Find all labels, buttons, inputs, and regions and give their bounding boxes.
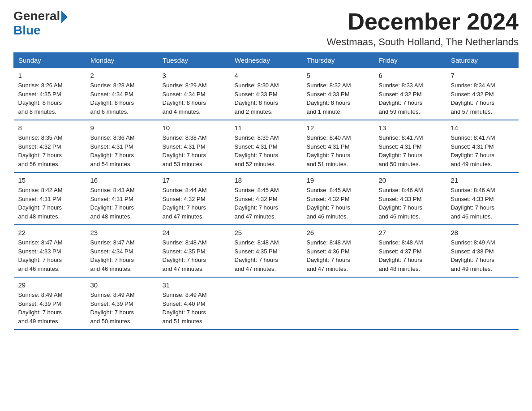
day-number: 21 [451, 176, 514, 184]
calendar-cell [374, 277, 446, 330]
calendar-cell [302, 277, 374, 330]
day-info: Sunrise: 8:26 AMSunset: 4:35 PMDaylight:… [18, 81, 82, 116]
calendar-header-wednesday: Wednesday [230, 53, 302, 68]
calendar-cell: 21 Sunrise: 8:46 AMSunset: 4:33 PMDaylig… [446, 172, 519, 225]
day-number: 30 [90, 281, 154, 289]
day-info: Sunrise: 8:36 AMSunset: 4:31 PMDaylight:… [90, 133, 154, 168]
day-number: 23 [90, 229, 154, 236]
calendar-cell: 13 Sunrise: 8:41 AMSunset: 4:31 PMDaylig… [374, 120, 446, 172]
calendar-cell: 11 Sunrise: 8:39 AMSunset: 4:31 PMDaylig… [230, 120, 302, 172]
calendar-week-row: 1 Sunrise: 8:26 AMSunset: 4:35 PMDayligh… [14, 68, 519, 120]
day-number: 14 [451, 124, 514, 132]
day-number: 16 [90, 176, 154, 184]
day-info: Sunrise: 8:49 AMSunset: 4:38 PMDaylight:… [451, 238, 514, 273]
day-info: Sunrise: 8:39 AMSunset: 4:31 PMDaylight:… [235, 133, 298, 168]
day-number: 1 [18, 72, 82, 79]
calendar-week-row: 22 Sunrise: 8:47 AMSunset: 4:33 PMDaylig… [14, 225, 519, 277]
calendar-cell: 16 Sunrise: 8:43 AMSunset: 4:31 PMDaylig… [86, 172, 158, 225]
day-info: Sunrise: 8:45 AMSunset: 4:32 PMDaylight:… [307, 186, 370, 221]
calendar-table: SundayMondayTuesdayWednesdayThursdayFrid… [13, 52, 519, 330]
day-info: Sunrise: 8:49 AMSunset: 4:39 PMDaylight:… [18, 291, 82, 325]
calendar-cell: 4 Sunrise: 8:30 AMSunset: 4:33 PMDayligh… [230, 68, 302, 120]
calendar-cell: 19 Sunrise: 8:45 AMSunset: 4:32 PMDaylig… [302, 172, 374, 225]
day-info: Sunrise: 8:32 AMSunset: 4:33 PMDaylight:… [307, 81, 370, 116]
calendar-cell: 29 Sunrise: 8:49 AMSunset: 4:39 PMDaylig… [14, 277, 86, 330]
calendar-cell: 10 Sunrise: 8:38 AMSunset: 4:31 PMDaylig… [158, 120, 230, 172]
day-number: 15 [18, 176, 82, 184]
day-number: 31 [163, 281, 226, 289]
day-info: Sunrise: 8:48 AMSunset: 4:37 PMDaylight:… [379, 238, 442, 273]
calendar-cell: 23 Sunrise: 8:47 AMSunset: 4:34 PMDaylig… [86, 225, 158, 277]
calendar-header-tuesday: Tuesday [158, 53, 230, 68]
day-info: Sunrise: 8:29 AMSunset: 4:34 PMDaylight:… [163, 81, 226, 116]
calendar-header-monday: Monday [86, 53, 158, 68]
calendar-header-sunday: Sunday [14, 53, 86, 68]
day-number: 5 [307, 72, 370, 79]
month-year-title: December 2024 [327, 9, 519, 34]
day-info: Sunrise: 8:35 AMSunset: 4:32 PMDaylight:… [18, 133, 82, 168]
calendar-cell: 27 Sunrise: 8:48 AMSunset: 4:37 PMDaylig… [374, 225, 446, 277]
calendar-cell: 15 Sunrise: 8:42 AMSunset: 4:31 PMDaylig… [14, 172, 86, 225]
day-number: 2 [90, 72, 154, 79]
calendar-cell [230, 277, 302, 330]
calendar-cell: 18 Sunrise: 8:45 AMSunset: 4:32 PMDaylig… [230, 172, 302, 225]
calendar-cell: 5 Sunrise: 8:32 AMSunset: 4:33 PMDayligh… [302, 68, 374, 120]
logo-general: General [13, 9, 60, 23]
day-info: Sunrise: 8:44 AMSunset: 4:32 PMDaylight:… [163, 186, 226, 221]
day-info: Sunrise: 8:33 AMSunset: 4:32 PMDaylight:… [379, 81, 442, 116]
day-info: Sunrise: 8:48 AMSunset: 4:36 PMDaylight:… [307, 238, 370, 273]
day-info: Sunrise: 8:49 AMSunset: 4:39 PMDaylight:… [90, 291, 154, 325]
calendar-header-saturday: Saturday [446, 53, 519, 68]
calendar-cell: 28 Sunrise: 8:49 AMSunset: 4:38 PMDaylig… [446, 225, 519, 277]
calendar-week-row: 29 Sunrise: 8:49 AMSunset: 4:39 PMDaylig… [14, 277, 519, 330]
day-info: Sunrise: 8:41 AMSunset: 4:31 PMDaylight:… [379, 133, 442, 168]
day-info: Sunrise: 8:43 AMSunset: 4:31 PMDaylight:… [90, 186, 154, 221]
day-number: 8 [18, 124, 82, 132]
calendar-cell: 14 Sunrise: 8:41 AMSunset: 4:31 PMDaylig… [446, 120, 519, 172]
day-info: Sunrise: 8:42 AMSunset: 4:31 PMDaylight:… [18, 186, 82, 221]
calendar-cell [446, 277, 519, 330]
calendar-header-thursday: Thursday [302, 53, 374, 68]
location-subtitle: Westmaas, South Holland, The Netherlands [327, 36, 519, 48]
calendar-cell: 20 Sunrise: 8:46 AMSunset: 4:33 PMDaylig… [374, 172, 446, 225]
calendar-header-friday: Friday [374, 53, 446, 68]
calendar-header-row: SundayMondayTuesdayWednesdayThursdayFrid… [14, 53, 519, 68]
logo-blue: Blue [13, 23, 41, 38]
calendar-cell: 2 Sunrise: 8:28 AMSunset: 4:34 PMDayligh… [86, 68, 158, 120]
day-info: Sunrise: 8:46 AMSunset: 4:33 PMDaylight:… [379, 186, 442, 221]
day-number: 28 [451, 229, 514, 236]
day-info: Sunrise: 8:34 AMSunset: 4:32 PMDaylight:… [451, 81, 514, 116]
logo-arrow-icon [61, 11, 68, 23]
title-block: December 2024 Westmaas, South Holland, T… [327, 9, 519, 48]
calendar-cell: 12 Sunrise: 8:40 AMSunset: 4:31 PMDaylig… [302, 120, 374, 172]
calendar-week-row: 8 Sunrise: 8:35 AMSunset: 4:32 PMDayligh… [14, 120, 519, 172]
day-info: Sunrise: 8:28 AMSunset: 4:34 PMDaylight:… [90, 81, 154, 116]
calendar-cell: 7 Sunrise: 8:34 AMSunset: 4:32 PMDayligh… [446, 68, 519, 120]
day-info: Sunrise: 8:47 AMSunset: 4:33 PMDaylight:… [18, 238, 82, 273]
calendar-cell: 1 Sunrise: 8:26 AMSunset: 4:35 PMDayligh… [14, 68, 86, 120]
page-header: General Blue December 2024 Westmaas, Sou… [13, 9, 519, 48]
day-number: 17 [163, 176, 226, 184]
calendar-cell: 26 Sunrise: 8:48 AMSunset: 4:36 PMDaylig… [302, 225, 374, 277]
day-info: Sunrise: 8:49 AMSunset: 4:40 PMDaylight:… [163, 291, 226, 325]
day-info: Sunrise: 8:30 AMSunset: 4:33 PMDaylight:… [235, 81, 298, 116]
day-number: 22 [18, 229, 82, 236]
day-number: 4 [235, 72, 298, 79]
day-number: 13 [379, 124, 442, 132]
calendar-cell: 3 Sunrise: 8:29 AMSunset: 4:34 PMDayligh… [158, 68, 230, 120]
day-number: 6 [379, 72, 442, 79]
calendar-cell: 22 Sunrise: 8:47 AMSunset: 4:33 PMDaylig… [14, 225, 86, 277]
day-info: Sunrise: 8:41 AMSunset: 4:31 PMDaylight:… [451, 133, 514, 168]
day-number: 25 [235, 229, 298, 236]
day-number: 18 [235, 176, 298, 184]
day-info: Sunrise: 8:46 AMSunset: 4:33 PMDaylight:… [451, 186, 514, 221]
day-number: 26 [307, 229, 370, 236]
day-number: 3 [163, 72, 226, 79]
calendar-week-row: 15 Sunrise: 8:42 AMSunset: 4:31 PMDaylig… [14, 172, 519, 225]
day-number: 20 [379, 176, 442, 184]
day-number: 27 [379, 229, 442, 236]
calendar-cell: 6 Sunrise: 8:33 AMSunset: 4:32 PMDayligh… [374, 68, 446, 120]
day-number: 9 [90, 124, 154, 132]
day-info: Sunrise: 8:48 AMSunset: 4:35 PMDaylight:… [163, 238, 226, 273]
day-number: 24 [163, 229, 226, 236]
